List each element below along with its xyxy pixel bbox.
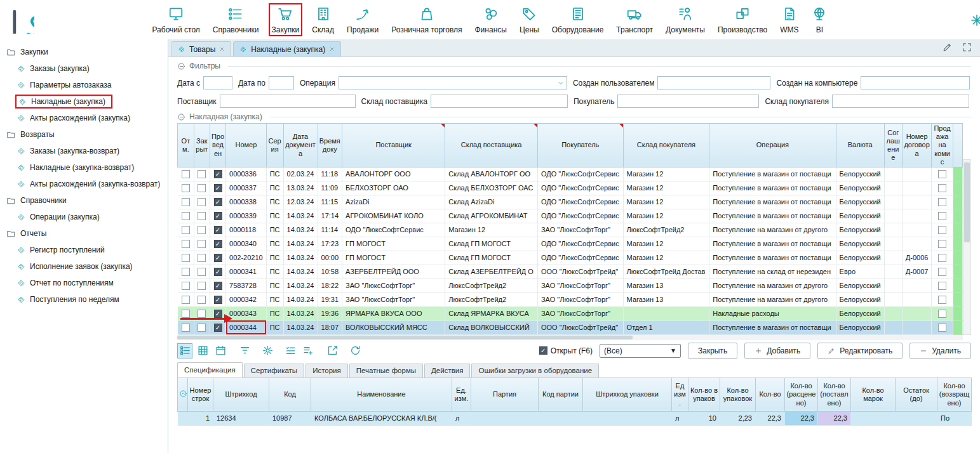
checkbox[interactable] [938, 198, 946, 206]
ribbon-item-13[interactable]: BI [808, 3, 831, 36]
button-1[interactable]: Добавить [744, 343, 810, 359]
ribbon-item-7[interactable]: Цены [516, 3, 542, 36]
spec-column-header-15[interactable]: Остаток (до) [896, 378, 937, 411]
tab-close-icon[interactable] [329, 46, 335, 52]
checkbox[interactable] [938, 310, 946, 318]
ribbon-item-1[interactable]: Справочники [210, 3, 262, 36]
ribbon-item-0[interactable]: Рабочий стол [149, 3, 203, 36]
checkbox[interactable] [198, 198, 206, 206]
checkbox[interactable] [938, 240, 946, 248]
checkbox[interactable] [198, 212, 206, 220]
checklist-icon[interactable] [283, 343, 298, 358]
sidebar-item-7[interactable]: Накладные (закупка-возврат) [0, 159, 168, 176]
spec-column-header-4[interactable]: Ед. изм. [452, 378, 471, 411]
spec-column-header-1[interactable]: Штрихкод [213, 378, 269, 411]
table-row[interactable]: ✓0000344ПС14.03.2418:07ВОЛКОВЫССКИЙ МЯСС… [178, 320, 963, 334]
spec-column-header-14[interactable]: Кол-во марок [851, 378, 896, 411]
spec-column-header-7[interactable]: Штрихкод упаковки [583, 378, 672, 411]
tab-close-icon[interactable] [219, 46, 225, 52]
checkbox[interactable] [182, 184, 190, 192]
detail-tab-5[interactable]: Ошибки загрузки в оборудование [471, 364, 599, 378]
table-row[interactable]: ✓0000342ПС14.03.2419:31ЗАО "ЛюксСофтТорг… [178, 292, 963, 306]
checkbox[interactable] [182, 254, 190, 262]
checkbox[interactable]: ✓ [214, 240, 222, 248]
checkbox[interactable] [198, 268, 206, 276]
checkbox[interactable] [182, 324, 190, 332]
column-header-15[interactable]: Продажа на комис [932, 124, 953, 167]
checkbox[interactable] [938, 184, 946, 192]
sidebar-item-11[interactable]: Отчеты [0, 225, 168, 242]
collapse-minus-icon[interactable] [177, 113, 185, 121]
column-header-4[interactable]: Серия [266, 124, 283, 167]
spec-column-header-9[interactable]: Кол-во в упаков [688, 378, 720, 411]
sidebar-item-14[interactable]: Отчет по поступлениям [0, 275, 168, 291]
table-row[interactable]: ✓002-20210ПС14.03.2400:00ГП МОГОСТСклад … [178, 251, 963, 265]
spec-sort-header[interactable] [178, 378, 188, 411]
checkbox[interactable] [198, 184, 206, 192]
column-header-8[interactable]: Склад поставщика [445, 124, 538, 167]
expand-icon[interactable] [962, 42, 972, 53]
column-header-13[interactable]: Соглашение [884, 124, 902, 167]
sidebar-item-10[interactable]: Операции (закупка) [0, 209, 168, 225]
scrollbar-thumb[interactable] [177, 336, 633, 339]
collapse-minus-icon[interactable] [177, 62, 185, 70]
grid-view-icon[interactable] [195, 343, 210, 358]
column-header-7[interactable]: Поставщик [342, 124, 445, 167]
table-row[interactable]: ✓0000337ПС13.03.2411:09БЕЛХОЗТОРГ ОАОСкл… [178, 181, 963, 195]
sidebar-item-13[interactable]: Исполнение заявок (закупка) [0, 258, 168, 275]
checkbox[interactable] [198, 226, 206, 234]
column-header-2[interactable]: Проведен [210, 124, 225, 167]
spec-column-header-6[interactable]: Код партии [539, 378, 583, 411]
detail-tab-0[interactable]: Спецификация [177, 362, 243, 378]
sidebar-item-0[interactable]: Закупки [0, 44, 168, 60]
checkbox[interactable]: ✓ [214, 184, 222, 192]
sidebar-item-12[interactable]: Регистр поступлений [0, 242, 168, 258]
checkbox[interactable]: ✓ [214, 268, 222, 276]
sidebar-item-8[interactable]: Акты расхождений (закупка-возврат) [0, 176, 168, 192]
sidebar-item-6[interactable]: Заказы (закупка-возврат) [0, 143, 168, 159]
calendar-icon[interactable] [213, 343, 228, 358]
spec-row[interactable]: 11263410987КОЛБАСА ВАР.БЕЛОРУССКАЯ КЛ.В/… [178, 411, 972, 425]
sidebar-item-3[interactable]: Накладные (закупка) [0, 93, 168, 110]
spec-column-header-8[interactable]: Ед изм. [672, 378, 688, 411]
tab-0[interactable]: Товары [171, 41, 231, 56]
filter-icon[interactable] [237, 343, 252, 358]
ribbon-item-8[interactable]: Оборудование [549, 3, 607, 36]
filter-select-Операция[interactable] [339, 76, 567, 89]
checkbox[interactable] [198, 282, 206, 290]
spec-column-header-13[interactable]: Кол-во (поставлено) [818, 378, 851, 411]
sidebar-item-15[interactable]: Поступления по неделям [0, 291, 168, 308]
checkbox[interactable] [182, 170, 190, 178]
checkbox[interactable] [938, 282, 946, 290]
spec-column-header-0[interactable]: Номер строк [188, 378, 213, 411]
column-header-11[interactable]: Операция [709, 124, 836, 167]
checkbox[interactable]: ✓ [214, 170, 222, 178]
checkbox[interactable]: ✓ [214, 282, 222, 290]
ribbon-item-11[interactable]: Производство [715, 3, 770, 36]
checkbox[interactable]: ✓ [539, 346, 547, 355]
filter-input-Поставщик[interactable] [220, 95, 356, 108]
checkbox[interactable] [182, 282, 190, 290]
checkbox[interactable] [198, 240, 206, 248]
checkbox[interactable] [938, 226, 946, 234]
refresh-icon[interactable] [347, 343, 363, 358]
table-row[interactable]: ✓0000341ПС14.03.2410:58АЗЕРБЕЛТРЕЙД ОООС… [178, 265, 963, 279]
table-row[interactable]: ✓0000336ПС02.03.2411:18АВАЛОНТОРГ ОООСкл… [178, 167, 963, 181]
filter-input-Дата с[interactable] [203, 76, 232, 89]
checkbox[interactable] [938, 254, 946, 262]
filter-dropdown[interactable]: (Все) ▼ [600, 344, 681, 358]
column-header-12[interactable]: Валюта [836, 124, 884, 167]
ribbon-item-9[interactable]: Транспорт [613, 3, 656, 36]
tab-1[interactable]: Накладные (закупка) [233, 41, 341, 56]
checkbox[interactable]: ✓ [214, 226, 222, 234]
add-list-icon[interactable] [300, 343, 316, 358]
column-header-1[interactable]: Закрыт [194, 124, 210, 167]
column-header-5[interactable]: Дата документа [283, 124, 318, 167]
checkbox[interactable] [182, 296, 190, 304]
ribbon-item-5[interactable]: Розничная торговля [388, 3, 465, 36]
spec-column-header-11[interactable]: Кол-во [756, 378, 785, 411]
open-f6-checkbox[interactable]: ✓ Открыт (F6) [539, 346, 593, 355]
sidebar-item-2[interactable]: Параметры автозаказа [0, 77, 168, 93]
checkbox[interactable]: ✓ [214, 310, 222, 318]
table-row[interactable]: ✓0000339ПС14.03.2417:14АГРОКОМБИНАТ КОЛО… [178, 209, 963, 223]
